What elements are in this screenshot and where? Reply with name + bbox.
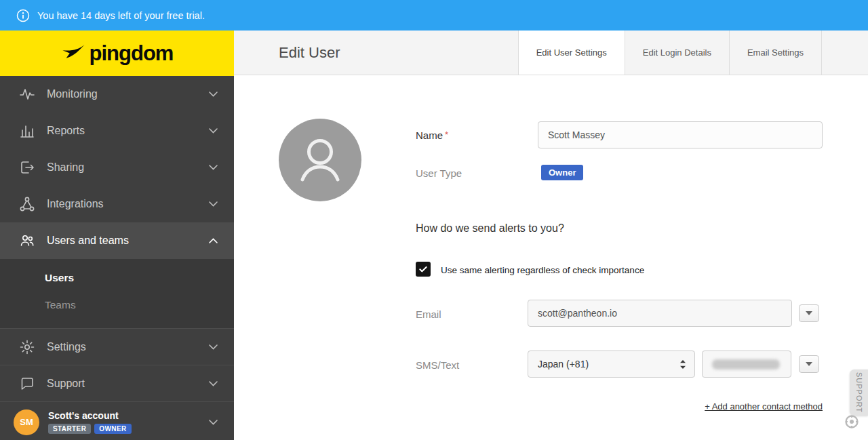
sidebar-item-label: Sharing: [47, 161, 84, 174]
sidebar-item-label: Reports: [47, 125, 85, 137]
chevron-down-icon: [209, 201, 218, 207]
account-info: Scott's account STARTER OWNER: [48, 410, 132, 434]
sidebar: pingdom Monitoring Reports Sharing: [0, 31, 234, 440]
owner-badge: OWNER: [94, 424, 131, 434]
country-select-value: Japan (+81): [538, 359, 589, 369]
alerts-heading: How do we send alerts to you?: [416, 222, 564, 235]
sidebar-item-integrations[interactable]: Integrations: [0, 186, 234, 222]
sidebar-subitem-teams[interactable]: Teams: [0, 292, 234, 319]
add-contact-link[interactable]: + Add another contact method: [705, 401, 823, 412]
tab-label: Edit Login Details: [643, 47, 711, 58]
user-type-label: User Type: [416, 167, 462, 179]
pingdom-logo[interactable]: pingdom: [0, 31, 234, 76]
starter-badge: STARTER: [48, 424, 91, 434]
gear-icon: [19, 339, 35, 355]
tab-label: Email Settings: [747, 47, 804, 58]
page-title: Edit User: [279, 44, 340, 62]
avatar: SM: [14, 409, 39, 435]
sidebar-subitem-label: Users: [45, 272, 74, 284]
pingdom-logo-text: pingdom: [90, 41, 174, 66]
sidebar-subitem-users[interactable]: Users: [0, 264, 234, 292]
tab-edit-user-settings[interactable]: Edit User Settings: [518, 31, 625, 75]
sidebar-item-settings[interactable]: Settings: [0, 328, 234, 365]
sidebar-item-sharing[interactable]: Sharing: [0, 149, 234, 186]
sidebar-item-label: Monitoring: [47, 88, 98, 100]
tab-label: Edit User Settings: [536, 47, 607, 58]
trial-banner-text: You have 14 days left of your free trial…: [37, 10, 205, 21]
sms-label: SMS/Text: [416, 359, 459, 371]
user-type-badge: Owner: [541, 165, 583, 180]
select-stepper-icon: [679, 359, 686, 369]
monitoring-icon: [19, 86, 35, 102]
users-icon: [19, 233, 35, 249]
account-section[interactable]: SM Scott's account STARTER OWNER: [0, 401, 234, 440]
chevron-up-icon: [209, 238, 218, 243]
sharing-icon: [19, 159, 35, 176]
tab-edit-login-details[interactable]: Edit Login Details: [625, 31, 729, 75]
chevron-down-icon: [209, 344, 218, 350]
same-alerting-checkbox[interactable]: [416, 262, 431, 277]
email-label: Email: [416, 308, 441, 320]
main-panel: Edit User Edit User Settings Edit Login …: [234, 31, 868, 440]
name-label-text: Name: [416, 129, 443, 141]
sidebar-item-label: Users and teams: [47, 235, 129, 247]
support-tab[interactable]: SUPPORT: [850, 369, 868, 416]
required-marker: *: [445, 129, 448, 140]
pingdom-bird-icon: [61, 44, 85, 62]
name-label: Name*: [416, 129, 448, 141]
sidebar-item-label: Support: [47, 378, 85, 390]
email-options-button[interactable]: [799, 304, 819, 322]
email-input[interactable]: [528, 300, 792, 327]
checkmark-icon: [418, 264, 429, 275]
sidebar-item-reports[interactable]: Reports: [0, 113, 234, 149]
users-and-teams-submenu: Users Teams: [0, 259, 234, 328]
edit-user-form: Name* User Type Owner How do we send ale…: [234, 75, 868, 440]
user-avatar-placeholder: [279, 119, 361, 204]
chevron-down-icon: [209, 128, 218, 134]
country-select[interactable]: Japan (+81): [528, 351, 695, 378]
chevron-down-icon: [209, 165, 218, 170]
tab-bar: Edit User Settings Edit Login Details Em…: [518, 31, 822, 75]
integrations-icon: [19, 196, 35, 212]
phone-input[interactable]: [702, 351, 791, 378]
chevron-down-icon: [209, 420, 218, 425]
tab-email-settings[interactable]: Email Settings: [729, 31, 822, 75]
sidebar-subitem-label: Teams: [45, 299, 76, 311]
reports-icon: [19, 123, 35, 139]
caret-down-icon: [806, 362, 812, 366]
page-header: Edit User Edit User Settings Edit Login …: [234, 31, 868, 75]
sms-options-button[interactable]: [799, 355, 819, 373]
chevron-down-icon: [209, 92, 218, 97]
redacted-phone-value: [712, 359, 780, 369]
same-alerting-checkbox-label: Use same alerting regardless of check im…: [441, 265, 644, 275]
sidebar-item-users-and-teams[interactable]: Users and teams: [0, 222, 234, 259]
support-beacon-icon[interactable]: [844, 414, 859, 429]
sidebar-item-label: Settings: [47, 341, 86, 353]
sidebar-item-monitoring[interactable]: Monitoring: [0, 76, 234, 113]
chat-icon: [19, 376, 35, 392]
account-name: Scott's account: [48, 410, 132, 421]
sidebar-item-label: Integrations: [47, 198, 104, 210]
name-input[interactable]: [538, 121, 823, 148]
trial-banner: You have 14 days left of your free trial…: [0, 0, 868, 31]
chevron-down-icon: [209, 381, 218, 386]
caret-down-icon: [806, 311, 812, 315]
sidebar-item-support[interactable]: Support: [0, 365, 234, 401]
info-icon: [16, 9, 30, 22]
